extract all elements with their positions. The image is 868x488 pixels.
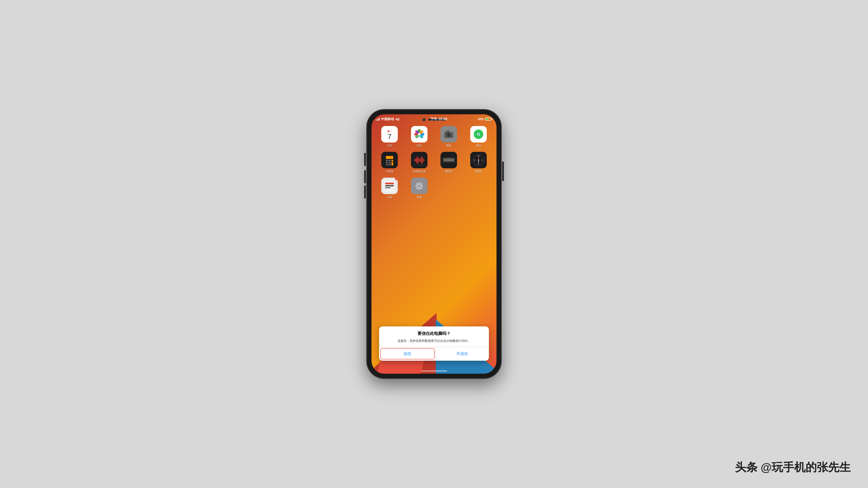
trust-button[interactable]: 信任 xyxy=(380,348,435,359)
trust-dialog: 要信任此电脑吗？ 连接后，您的设置和数据将可以从这台电脑进行访问。 信任 不信任 xyxy=(379,326,489,361)
dialog-message: 连接后，您的设置和数据将可以从这台电脑进行访问。 xyxy=(383,338,485,343)
dialog-overlay: 要信任此电脑吗？ 连接后，您的设置和数据将可以从这台电脑进行访问。 信任 不信任 xyxy=(372,114,496,374)
phone-screen: 中国移动 4G 下午 10:40 43% ⚡ 周一 xyxy=(372,114,496,374)
dialog-content: 要信任此电脑吗？ 连接后，您的设置和数据将可以从这台电脑进行访问。 xyxy=(379,326,489,347)
dialog-title: 要信任此电脑吗？ xyxy=(383,331,485,336)
phone-device: 中国移动 4G 下午 10:40 43% ⚡ 周一 xyxy=(367,109,501,379)
dialog-buttons: 信任 不信任 xyxy=(379,347,489,361)
watermark-text: 头条 @玩手机的张先生 xyxy=(735,460,850,475)
dont-trust-button[interactable]: 不信任 xyxy=(436,347,489,361)
